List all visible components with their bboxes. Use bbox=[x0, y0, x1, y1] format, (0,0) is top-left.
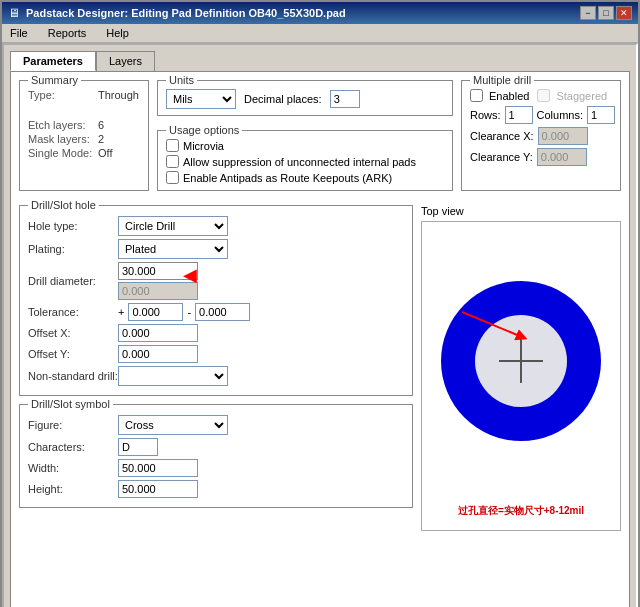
characters-input[interactable] bbox=[118, 438, 158, 456]
antipads-label: Enable Antipads as Route Keepouts (ARK) bbox=[183, 172, 392, 184]
single-value: Off bbox=[98, 147, 112, 159]
etch-value: 6 bbox=[98, 119, 104, 131]
tolerance-label: Tolerance: bbox=[28, 306, 118, 318]
tolerance-minus-input[interactable] bbox=[195, 303, 250, 321]
multiple-drill-label: Multiple drill bbox=[470, 74, 534, 86]
clearance-x-label: Clearance X: bbox=[470, 130, 534, 142]
annotation-text: 过孔直径=实物尺寸+8-12mil bbox=[426, 504, 616, 518]
units-select[interactable]: Mils bbox=[166, 89, 236, 109]
top-view-box: 过孔直径=实物尺寸+8-12mil bbox=[421, 221, 621, 531]
staggered-label: Staggered bbox=[556, 90, 607, 102]
figure-select[interactable]: Cross bbox=[118, 415, 228, 435]
clearance-x-input[interactable] bbox=[538, 127, 588, 145]
menu-file[interactable]: File bbox=[6, 26, 32, 40]
tab-parameters[interactable]: Parameters bbox=[10, 51, 96, 71]
usage-options-label: Usage options bbox=[166, 124, 242, 136]
red-arrow-indicator: ◀ bbox=[183, 264, 197, 286]
drill-symbol-label: Drill/Slot symbol bbox=[28, 398, 113, 410]
characters-label: Characters: bbox=[28, 441, 118, 453]
pad-visual bbox=[441, 281, 601, 441]
tab-content: Summary Type: Through Etch layers: 6 Mas… bbox=[10, 71, 630, 607]
window-title: Padstack Designer: Editing Pad Definitio… bbox=[26, 7, 346, 19]
height-input[interactable] bbox=[118, 480, 198, 498]
figure-label: Figure: bbox=[28, 419, 118, 431]
suppress-checkbox[interactable] bbox=[166, 155, 179, 168]
crosshair-v bbox=[520, 339, 522, 383]
offset-y-input[interactable] bbox=[118, 345, 198, 363]
app-icon: 🖥 bbox=[8, 6, 20, 20]
plating-label: Plating: bbox=[28, 243, 118, 255]
rows-input[interactable] bbox=[505, 106, 533, 124]
decimal-label: Decimal places: bbox=[244, 93, 322, 105]
antipads-checkbox[interactable] bbox=[166, 171, 179, 184]
mask-value: 2 bbox=[98, 133, 104, 145]
clearance-y-label: Clearance Y: bbox=[470, 151, 533, 163]
tolerance-plus-input[interactable] bbox=[128, 303, 183, 321]
non-standard-select[interactable] bbox=[118, 366, 228, 386]
tolerance-plus-sign: + bbox=[118, 306, 124, 318]
menu-help[interactable]: Help bbox=[102, 26, 133, 40]
title-bar: 🖥 Padstack Designer: Editing Pad Definit… bbox=[2, 2, 638, 24]
close-button[interactable]: ✕ bbox=[616, 6, 632, 20]
offset-x-input[interactable] bbox=[118, 324, 198, 342]
tolerance-minus-sign: - bbox=[187, 306, 191, 318]
drill-symbol-section: Drill/Slot symbol Figure: Cross Characte… bbox=[19, 404, 413, 508]
clearance-y-input[interactable] bbox=[537, 148, 587, 166]
main-layout: Drill/Slot hole Hole type: Circle Drill … bbox=[19, 205, 621, 531]
units-section: Units Mils Decimal places: bbox=[157, 80, 453, 116]
height-label: Height: bbox=[28, 483, 118, 495]
minimize-button[interactable]: − bbox=[580, 6, 596, 20]
summary-label: Summary bbox=[28, 74, 81, 86]
drill-diameter-label: Drill diameter: bbox=[28, 275, 118, 287]
offset-y-label: Offset Y: bbox=[28, 348, 118, 360]
enabled-label: Enabled bbox=[489, 90, 529, 102]
usage-options-section: Usage options Microvia Allow suppression… bbox=[157, 130, 453, 191]
menu-reports[interactable]: Reports bbox=[44, 26, 91, 40]
columns-input[interactable] bbox=[587, 106, 615, 124]
drill-slot-section: Drill/Slot hole Hole type: Circle Drill … bbox=[19, 205, 413, 396]
maximize-button[interactable]: □ bbox=[598, 6, 614, 20]
microvia-checkbox[interactable] bbox=[166, 139, 179, 152]
rows-label: Rows: bbox=[470, 109, 501, 121]
microvia-label: Microvia bbox=[183, 140, 224, 152]
summary-section: Summary Type: Through Etch layers: 6 Mas… bbox=[19, 80, 149, 191]
type-value: Through bbox=[98, 89, 139, 101]
hole-type-select[interactable]: Circle Drill bbox=[118, 216, 228, 236]
menu-bar: File Reports Help bbox=[2, 24, 638, 43]
columns-label: Columns: bbox=[537, 109, 583, 121]
width-input[interactable] bbox=[118, 459, 198, 477]
tab-layers[interactable]: Layers bbox=[96, 51, 155, 71]
non-standard-label: Non-standard drill: bbox=[28, 370, 118, 382]
window-controls: − □ ✕ bbox=[580, 6, 632, 20]
width-label: Width: bbox=[28, 462, 118, 474]
top-view-label: Top view bbox=[421, 205, 621, 217]
suppress-label: Allow suppression of unconnected interna… bbox=[183, 156, 416, 168]
enabled-checkbox[interactable] bbox=[470, 89, 483, 102]
staggered-checkbox[interactable] bbox=[537, 89, 550, 102]
hole-type-label: Hole type: bbox=[28, 220, 118, 232]
window-body: Parameters Layers Summary Type: Through … bbox=[2, 43, 638, 607]
tab-bar: Parameters Layers bbox=[10, 51, 630, 71]
multiple-drill-section: Multiple drill Enabled Staggered bbox=[461, 80, 621, 191]
units-label: Units bbox=[166, 74, 197, 86]
mask-label: Mask layers: bbox=[28, 133, 98, 145]
offset-x-label: Offset X: bbox=[28, 327, 118, 339]
right-panel: Top view bbox=[421, 205, 621, 531]
plating-select[interactable]: Plated bbox=[118, 239, 228, 259]
single-label: Single Mode: bbox=[28, 147, 98, 159]
type-label: Type: bbox=[28, 89, 98, 101]
decimal-places-input[interactable] bbox=[330, 90, 360, 108]
left-panel: Drill/Slot hole Hole type: Circle Drill … bbox=[19, 205, 413, 531]
drill-slot-label: Drill/Slot hole bbox=[28, 199, 99, 211]
etch-label: Etch layers: bbox=[28, 119, 98, 131]
